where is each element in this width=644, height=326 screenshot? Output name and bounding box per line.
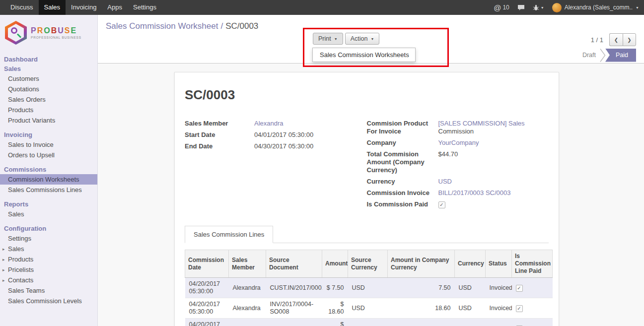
pager-previous-button[interactable]: ❮ [609,33,623,46]
sidebar-item-sales-teams[interactable]: Sales Teams [0,285,97,296]
line-paid-checkbox[interactable]: ✓ [516,285,523,292]
col-is-commission-line-paid[interactable]: Is Commission Line Paid [512,250,553,278]
sales-member-label: Sales Member [185,120,254,128]
is-commission-paid-checkbox[interactable]: ✓ [438,201,445,208]
status-paid[interactable]: Paid [605,49,636,62]
tab-strip: Sales Commission Lines [185,226,549,243]
notebook: Sales Commission Lines Commission Date S… [185,226,549,326]
company-label: Company [367,139,438,147]
cell-sales-member: Alexandra [229,298,266,319]
bug-icon [533,4,539,11]
table-row[interactable]: 04/20/2017 10:35:53 Alexandra SO008 $ 18… [185,319,553,326]
menu-invoicing[interactable]: Invoicing [66,0,102,15]
sidebar-item-product-variants[interactable]: Product Variants [0,115,97,126]
menu-discuss[interactable]: Discuss [5,0,39,15]
sidebar-item-customers[interactable]: Customers [0,73,97,84]
mention-count: 10 [502,4,509,11]
field-groups: Sales Member Alexandra Start Date 04/01/… [185,120,549,212]
magnifier-icon [11,27,17,34]
pager-next-button[interactable]: ❯ [623,33,636,46]
sidebar-item-contacts[interactable]: ▸Contacts [0,275,97,285]
currency-label: Currency [367,178,438,186]
cell-amount: $ 18.60 [322,319,348,326]
sidebar-item-sales-commission-levels[interactable]: Sales Commission Levels [0,296,97,306]
col-currency[interactable]: Currency [455,250,486,278]
cell-amount: $ 18.60 [322,298,348,319]
cell-status: Invoiced [486,319,512,326]
cell-commission-date: 04/20/2017 10:35:53 [185,319,229,326]
sidebar-section-configuration[interactable]: Configuration [0,224,97,233]
sidebar-item-sales-orders[interactable]: Sales Orders [0,94,97,105]
col-commission-date[interactable]: Commission Date [185,250,229,278]
sales-member-value[interactable]: Alexandra [254,120,284,127]
action-button[interactable]: Action▼ [345,33,380,45]
menu-settings[interactable]: Settings [128,0,162,15]
sidebar-section-sales[interactable]: Sales [0,64,97,73]
sidebar-item-pricelists[interactable]: ▸Pricelists [0,264,97,275]
user-menu[interactable]: Alexandra (Sales_comm.. ▼ [552,3,639,12]
sidebar-item-quotations[interactable]: Quotations [0,84,97,94]
form-area: SC/0003 Sales Member Alexandra Start Dat… [98,64,644,326]
line-paid-checkbox[interactable]: ✓ [516,305,523,312]
print-button[interactable]: Print▼ [313,33,343,45]
status-draft[interactable]: Draft [578,52,600,59]
chat-icon[interactable] [517,4,525,11]
table-row[interactable]: 04/20/2017 05:30:00 Alexandra CUST.IN/20… [185,278,553,298]
check-icon: ✓ [516,306,522,312]
sidebar-item-sales-commissions-lines[interactable]: Sales Commissions Lines [0,185,97,195]
main-menu: Discuss Sales Invoicing Apps Settings [0,0,162,15]
cell-amount-company: 18.60 [388,319,455,326]
cell-sales-member: Alexandra [229,319,266,326]
cell-status: Invoiced [486,298,512,319]
breadcrumb-parent[interactable]: Sales Commission Worksheet [106,21,218,31]
sidebar-section-dashboard[interactable]: Dashboard [0,55,97,64]
sidebar-section-commissions[interactable]: Commissions [0,165,97,174]
messaging-menu[interactable]: @ 10 [494,3,509,12]
cell-amount-company: 18.60 [388,298,455,319]
commission-product-value[interactable]: [SALES COMMISSION] Sales [438,120,525,127]
col-source-document[interactable]: Source Document [266,250,322,278]
sidebar-section-invoicing[interactable]: Invoicing [0,130,97,139]
debug-menu[interactable]: ▼ [533,4,544,11]
sidebar-item-config-sales[interactable]: ▸Sales [0,244,97,254]
cell-source-currency: USD [348,278,388,298]
breadcrumb-current: SC/0003 [225,21,258,31]
avatar [552,3,562,12]
commission-lines-table: Commission Date Sales Member Source Docu… [185,250,553,326]
sidebar-item-commission-worksheets[interactable]: Commission Worksheets [0,174,97,185]
pager-counter: 1 / 1 [591,36,603,44]
start-date-label: Start Date [185,131,254,139]
sidebar-item-config-products[interactable]: ▸Products [0,254,97,264]
menu-sales[interactable]: Sales [39,0,66,15]
currency-value[interactable]: USD [438,178,452,185]
cell-source-document: CUST.IN/2017/0001 [266,278,322,298]
commission-invoice-value[interactable]: BILL/2017/0003 SC/0003 [438,189,511,196]
col-amount-company-currency[interactable]: Amount in Company Currency [388,250,455,278]
logo-title: PROBUSE [31,26,81,35]
app-logo[interactable]: PROBUSE PROFESSIONAL BUSINESS [0,15,97,49]
table-row[interactable]: 04/20/2017 05:30:00 Alexandra INV/2017/0… [185,298,553,319]
sidebar-section-reports[interactable]: Reports [0,199,97,209]
cell-line-paid: ✓ [512,319,553,326]
sidebar-item-products[interactable]: Products [0,105,97,115]
col-source-currency[interactable]: Source Currency [348,250,388,278]
sidebar-item-settings[interactable]: Settings [0,233,97,244]
dropdown-item-sales-commission-worksheets[interactable]: Sales Commission Worksheets [313,48,415,62]
cell-source-currency: USD [348,319,388,326]
cell-currency: USD [455,319,486,326]
is-commission-paid-label: Is Commission Paid [367,200,438,208]
sidebar-item-sales-to-invoice[interactable]: Sales to Invoice [0,139,97,150]
cell-source-document: INV/2017/0004-SO008 [266,298,322,319]
form-sheet: SC/0003 Sales Member Alexandra Start Dat… [174,72,559,326]
company-value[interactable]: YourCompany [438,139,479,146]
cell-sales-member: Alexandra [229,278,266,298]
sidebar-item-reports-sales[interactable]: Sales [0,209,97,219]
menu-apps[interactable]: Apps [102,0,128,15]
col-amount[interactable]: Amount [322,250,348,278]
sidebar-item-orders-to-upsell[interactable]: Orders to Upsell [0,150,97,160]
check-icon: ✓ [439,202,445,208]
tab-sales-commission-lines[interactable]: Sales Commission Lines [185,226,273,243]
col-status[interactable]: Status [486,250,512,278]
col-sales-member[interactable]: Sales Member [229,250,266,278]
end-date-label: End Date [185,142,254,150]
